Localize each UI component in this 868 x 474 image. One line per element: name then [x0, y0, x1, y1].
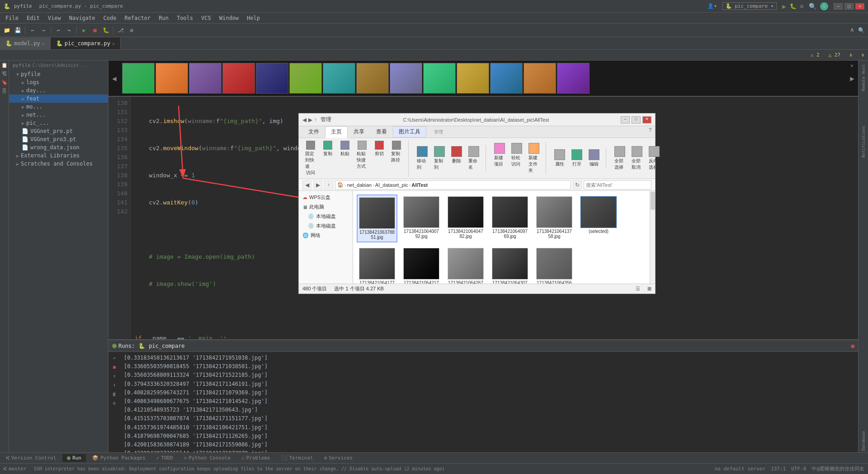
strip-image-14[interactable]	[557, 63, 590, 94]
strip-nav-left[interactable]: ◀	[112, 74, 117, 83]
fe-tab-file[interactable]: 文件	[302, 126, 325, 137]
fe-copy-btn[interactable]: 复制	[320, 140, 336, 177]
toolbar-undo[interactable]: ↩	[53, 25, 63, 35]
fe-addr-refresh[interactable]: ↻	[573, 180, 582, 190]
strip-nav-right[interactable]: ▶	[850, 74, 854, 83]
run-icon[interactable]: ▶	[782, 3, 786, 10]
menu-window[interactable]: Window	[216, 14, 242, 22]
menu-tools[interactable]: Tools	[173, 14, 197, 22]
menu-help[interactable]: Help	[243, 14, 264, 22]
status-position[interactable]: 137:1	[771, 466, 786, 472]
strip-image-13[interactable]	[524, 63, 556, 94]
menu-refactor[interactable]: Refactor	[121, 14, 154, 22]
fe-delete-btn[interactable]: 删除	[448, 145, 465, 171]
fe-easydeny-btn[interactable]: 轻松访问	[509, 142, 525, 175]
close-button[interactable]: ✕	[855, 3, 864, 9]
database-side-icon[interactable]: Database	[861, 431, 866, 450]
strip-image-6[interactable]	[289, 63, 322, 94]
bottom-tab-problems[interactable]: ⚠ Problems	[237, 454, 275, 462]
menu-view[interactable]: View	[44, 14, 65, 22]
fe-file-5[interactable]: 1713842106413758.jpg	[534, 194, 575, 242]
toolbar-search-everywhere[interactable]: 🔍	[856, 25, 866, 35]
tree-item-vgg1[interactable]: 📄 VGGnet_pro.pt	[9, 127, 108, 135]
tree-item-day[interactable]: ▶ day...	[9, 86, 108, 95]
fe-paste-shortcut-btn[interactable]: 粘贴快捷方式	[354, 140, 370, 177]
warning-text[interactable]: ⚠ 2 △ 27 ∧ ∨	[811, 52, 864, 58]
menu-navigate[interactable]: Navigate	[66, 14, 99, 22]
tab-pic-compare-py[interactable]: 🐍 pic_compare.py ✕	[51, 38, 121, 49]
toolbar-translate[interactable]: A	[850, 27, 854, 33]
toolbar-run[interactable]: ▶	[79, 25, 89, 35]
toolbar-save[interactable]: 💾	[13, 25, 23, 35]
strip-image-4[interactable]	[222, 63, 255, 94]
fe-edit-btn[interactable]: 编辑	[586, 148, 602, 168]
fe-view-toggle-grid[interactable]: ⊞	[647, 286, 651, 292]
fe-file-10[interactable]: 1713842106435699.jpg	[534, 246, 575, 284]
fe-file-6[interactable]: 1713842106417747.jpg	[357, 246, 397, 284]
toolbar-stop[interactable]: ■	[90, 25, 100, 35]
search-icon[interactable]: 🔍	[809, 3, 816, 10]
status-server[interactable]: no default server	[715, 466, 766, 472]
run-settings-btn[interactable]: ⚙	[110, 399, 118, 407]
tree-item-vgg2[interactable]: 📄 VGGnet_pro3.pt	[9, 135, 108, 143]
toolbar-redo[interactable]: ↪	[64, 25, 74, 35]
fe-cut-btn[interactable]: 剪切	[371, 140, 387, 177]
fe-nav-disk1[interactable]: 💿 本地磁盘	[301, 212, 351, 221]
database-icon[interactable]: 🗄	[2, 88, 7, 94]
tree-item-pyfile[interactable]: ▼ pyfile	[9, 70, 108, 78]
toolbar-back[interactable]: ←	[28, 25, 38, 35]
strip-image-11[interactable]	[457, 63, 489, 94]
status-encoding[interactable]: UTF-8	[791, 466, 806, 472]
fe-file-4[interactable]: 1713842106409769.jpg	[490, 194, 530, 242]
bottom-tab-services[interactable]: ⚙ Services	[320, 454, 358, 462]
run-scroll-top[interactable]: ⬆	[110, 372, 118, 380]
status-message[interactable]: SSH interpreter has been disabled: Deplo…	[34, 466, 708, 471]
strip-image-10[interactable]	[423, 63, 456, 94]
project-icon[interactable]: 📋	[1, 62, 8, 68]
tree-item-external[interactable]: ▶ External Libraries	[9, 152, 108, 160]
settings-icon[interactable]: ⚙	[800, 3, 803, 9]
fe-scrollbar-thumb[interactable]	[651, 192, 655, 210]
fe-copyto-btn[interactable]: 复制到	[431, 145, 448, 171]
bottom-tab-todo[interactable]: ✓ TODO	[152, 454, 178, 462]
bottom-tab-run[interactable]: Run	[62, 454, 86, 462]
fe-file-7[interactable]: 1713842106421751.jpg	[401, 246, 442, 284]
run-stop-btn[interactable]: ■	[110, 363, 118, 371]
fe-file-8[interactable]: 1713842106426745.jpg	[445, 246, 486, 284]
fe-file-extra[interactable]: (selected)	[578, 194, 619, 242]
fe-file-1[interactable]: 1713842106378851.jpg	[357, 194, 397, 242]
menu-edit[interactable]: Edit	[23, 14, 43, 22]
fe-maximize-btn[interactable]: □	[632, 116, 641, 123]
fe-nav-wps[interactable]: ☁ WPS云盘	[301, 193, 351, 202]
tree-item-net[interactable]: ▶ net...	[9, 111, 108, 119]
fe-tab-share[interactable]: 共享	[348, 126, 370, 137]
fe-view-toggle-list[interactable]: ☰	[636, 286, 640, 292]
notifications-icon[interactable]: Notifications	[861, 126, 866, 157]
fe-file-2[interactable]: 1713842106400792.jpg	[401, 194, 442, 242]
fe-newfolder-btn[interactable]: 新建文件夹	[526, 142, 542, 175]
tree-item-mo[interactable]: ▶ mo...	[9, 103, 108, 111]
user-avatar[interactable]: U	[820, 2, 828, 10]
run-clear-btn[interactable]: 🗑	[110, 390, 118, 398]
strip-image-9[interactable]	[390, 63, 422, 94]
fe-nav-pc[interactable]: 🖥 此电脑	[301, 202, 351, 212]
strip-image-1[interactable]	[122, 63, 155, 94]
fe-copypath-btn[interactable]: 复制路径	[388, 140, 405, 177]
fe-help-icon[interactable]: ?	[645, 126, 655, 137]
strip-image-12[interactable]	[490, 63, 523, 94]
bookmarks-icon[interactable]: 🔖	[1, 80, 8, 85]
toolbar-forward[interactable]: →	[38, 25, 48, 35]
bottom-tab-version-control[interactable]: ⑆ Version Control	[2, 454, 61, 462]
fe-tab-view[interactable]: 查看	[370, 126, 393, 137]
toolbar-git[interactable]: ⎇	[116, 25, 126, 35]
remote-host-icon[interactable]: Remote Host	[861, 64, 866, 91]
run-restart-btn[interactable]: ↩	[110, 354, 118, 362]
fe-nav-network[interactable]: 🌐 网络	[301, 231, 351, 240]
fe-paste-btn[interactable]: 粘贴	[337, 140, 353, 177]
fe-minimize-btn[interactable]: –	[621, 116, 630, 123]
fe-nav-disk2[interactable]: 💿 本地磁盘	[301, 221, 351, 231]
status-vcs[interactable]: ⑆ master	[4, 466, 27, 472]
fe-scrollbar[interactable]	[650, 191, 655, 284]
fe-breadcrumb-ai[interactable]: AI_dataset_pic	[375, 182, 408, 188]
structure-icon[interactable]: 🏗	[2, 71, 7, 77]
